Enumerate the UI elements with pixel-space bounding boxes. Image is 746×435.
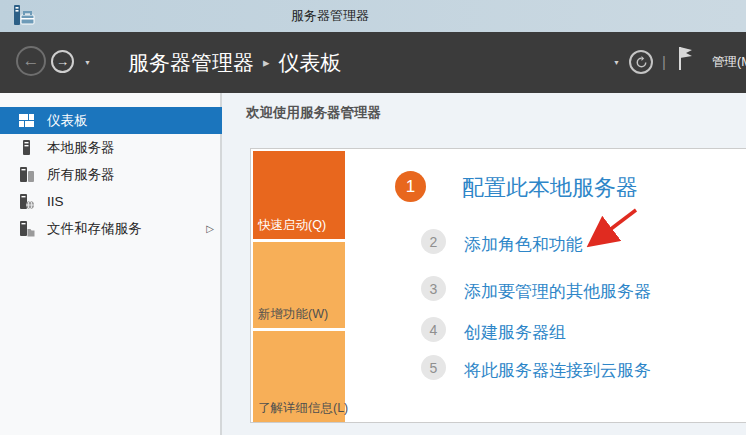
window-title: 服务器管理器: [0, 0, 660, 32]
title-bar: 服务器管理器: [0, 0, 746, 32]
toolbar-divider: |: [662, 53, 666, 70]
back-button[interactable]: ←: [16, 46, 46, 76]
sidebar-item-all-servers[interactable]: 所有服务器: [0, 161, 222, 188]
refresh-icon: [635, 56, 648, 69]
tile-quick-start[interactable]: 快速启动(Q): [253, 151, 345, 239]
link-connect-to-cloud-services[interactable]: 将此服务器连接到云服务: [464, 359, 651, 382]
sidebar-item-local-server[interactable]: 本地服务器: [0, 134, 222, 161]
sidebar-item-label: 文件和存储服务: [47, 220, 142, 238]
welcome-heading: 欢迎使用服务器管理器: [246, 104, 381, 122]
manage-menu[interactable]: 管理(M): [712, 32, 746, 93]
sidebar-nav: 仪表板 本地服务器 所有服务器 IIS 文件: [0, 93, 222, 435]
step-1-badge: 1: [395, 171, 426, 202]
notifications-flag-icon[interactable]: [676, 45, 694, 71]
back-arrow-icon: ←: [23, 51, 40, 71]
tile-label: 快速启动(Q): [253, 212, 331, 239]
sidebar-item-iis[interactable]: IIS: [0, 188, 222, 215]
step-number: 5: [430, 360, 438, 376]
link-add-roles-and-features[interactable]: 添加角色和功能: [464, 233, 583, 256]
tile-label: 了解详细信息(L): [253, 395, 353, 422]
all-servers-icon: [18, 166, 35, 183]
tile-whats-new[interactable]: 新增功能(W): [253, 242, 345, 328]
sidebar-item-label: 仪表板: [47, 112, 88, 130]
sidebar-item-label: 本地服务器: [47, 139, 115, 157]
dashboard-grid-icon: [18, 112, 35, 129]
file-storage-services-icon: [18, 220, 35, 237]
step-3-badge: 3: [421, 276, 446, 301]
step-number: 2: [430, 234, 438, 250]
red-annotation-arrow: [582, 203, 644, 253]
breadcrumb-separator-icon: ▸: [263, 55, 270, 70]
refresh-button[interactable]: [629, 50, 653, 74]
step-4-badge: 4: [421, 317, 446, 342]
link-create-server-group[interactable]: 创建服务器组: [464, 321, 566, 344]
local-server-icon: [18, 139, 35, 156]
breadcrumb-current[interactable]: 仪表板: [279, 49, 342, 77]
history-dropdown-caret-icon[interactable]: ▼: [84, 59, 91, 66]
expand-chevron-icon[interactable]: ▷: [206, 223, 214, 234]
link-add-other-servers[interactable]: 添加要管理的其他服务器: [464, 280, 651, 303]
iis-server-icon: [18, 193, 35, 210]
forward-button[interactable]: →: [51, 50, 74, 73]
sidebar-item-label: 所有服务器: [47, 166, 115, 184]
step-number: 4: [430, 322, 438, 338]
dashboard-content: 欢迎使用服务器管理器 快速启动(Q) 新增功能(W) 了解详细信息(L) 1 配…: [224, 93, 746, 435]
link-configure-local-server[interactable]: 配置此本地服务器: [462, 173, 638, 203]
sidebar-item-label: IIS: [47, 194, 64, 209]
tile-label: 新增功能(W): [253, 301, 333, 328]
step-2-badge: 2: [421, 229, 446, 254]
tile-learn-more[interactable]: 了解详细信息(L): [253, 331, 345, 422]
address-dropdown-caret-icon[interactable]: ▼: [613, 59, 620, 66]
breadcrumb-root[interactable]: 服务器管理器: [128, 49, 254, 77]
sidebar-item-file-storage-services[interactable]: 文件和存储服务 ▷: [0, 215, 222, 242]
step-number: 1: [406, 177, 415, 197]
forward-arrow-icon: →: [56, 54, 69, 69]
navigation-bar: ← → ▼ 服务器管理器 ▸ 仪表板 ▼ | 管理(M): [0, 32, 746, 93]
step-number: 3: [430, 281, 438, 297]
server-manager-window: { "window": { "title": "服务器管理器" }, "navb…: [0, 0, 746, 435]
breadcrumb: 服务器管理器 ▸ 仪表板: [128, 32, 342, 93]
step-5-badge: 5: [421, 355, 446, 380]
sidebar-item-dashboard[interactable]: 仪表板: [0, 107, 222, 134]
